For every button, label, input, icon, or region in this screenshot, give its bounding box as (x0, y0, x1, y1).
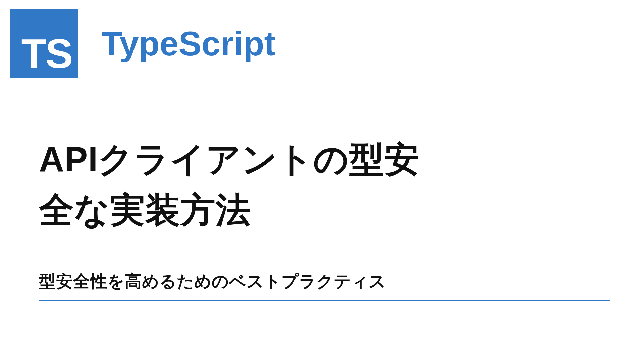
decorative-ring (0, 235, 89, 362)
typescript-logo-text: TS (21, 33, 72, 74)
logo-row: TS TypeScript (10, 9, 276, 78)
subtitle: 型安全性を高めるためのベストプラクティス (39, 270, 386, 293)
slide: TS TypeScript APIクライアントの型安全な実装方法 型安全性を高め… (0, 0, 644, 362)
typescript-logo-icon: TS (10, 9, 78, 78)
divider (39, 300, 610, 301)
typescript-label: TypeScript (101, 24, 276, 63)
page-title: APIクライアントの型安全な実装方法 (39, 134, 455, 235)
